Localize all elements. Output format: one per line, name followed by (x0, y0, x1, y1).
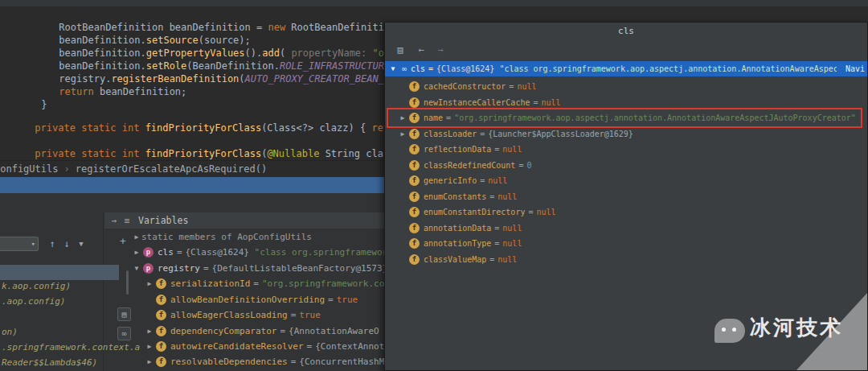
variable-row[interactable]: ▶ p cls = {Class@1624} "class org.spring… (132, 245, 384, 260)
code-line[interactable]: beanDefinition.setRole(BeanDefinition.RO… (24, 47, 402, 60)
stack-frame[interactable]: on) (2, 325, 18, 340)
field-row[interactable]: f annotationData = null (385, 221, 867, 236)
stack-frame-selected[interactable] (0, 265, 119, 280)
variable-name: resolvableDependencies (170, 357, 288, 367)
filter-icon[interactable]: ▼ (76, 237, 87, 250)
code-line[interactable]: registry.registerBeanDefinition(AUTO_PRO… (24, 60, 407, 72)
stack-frame[interactable]: .aop.config) (2, 295, 65, 309)
field-row[interactable]: f cachedConstructor = null (385, 79, 867, 94)
add-watch-button[interactable]: + (117, 235, 129, 248)
equals-sign: = (428, 64, 433, 73)
variable-row[interactable]: ▶ f dependencyComparator = {AnnotationAw… (132, 324, 384, 339)
equals-sign: = (518, 161, 523, 170)
frame-up-button[interactable]: ↑ (47, 237, 58, 250)
stack-frame[interactable]: Reader$$Lambda$46) (2, 356, 97, 370)
inspect-popup: cls ▤ ← → ▼ ∞ cls = {Class@1624} "class … (384, 22, 868, 371)
thread-selector-dropdown[interactable]: ▾ (0, 237, 39, 251)
static-members-row[interactable]: ▶ static members of AopConfigUtils (132, 229, 384, 245)
equals-sign: = (494, 145, 499, 154)
expand-arrow-icon[interactable]: ▶ (132, 249, 141, 256)
breadcrumb-separator-icon: › (63, 163, 69, 175)
code-keyword: private static int (35, 122, 145, 134)
variable-string: "class org.springframework.ao (255, 247, 384, 258)
collapse-arrow-icon[interactable]: ▼ (132, 265, 141, 272)
field-value: null (536, 208, 555, 216)
field-value: null (488, 176, 507, 185)
variable-ref: {Class@1624} (436, 64, 499, 73)
code-line[interactable]: beanDefinition.getPropertyValues().add( … (24, 34, 419, 47)
frame-down-button[interactable]: ↓ (61, 237, 72, 250)
expand-arrow-icon[interactable]: ▶ (145, 280, 154, 287)
code-line[interactable]: } (6, 85, 47, 98)
tab-variables[interactable]: Variables (138, 215, 188, 226)
expand-arrow-icon[interactable]: ▶ (145, 358, 154, 365)
field-row[interactable]: f reflectionData = null (385, 142, 867, 157)
code-line[interactable]: return beanDefinition; (24, 72, 186, 85)
field-value: null (497, 192, 517, 201)
variable-name: cls (411, 64, 425, 73)
variable-row[interactable]: f allowBeanDefinitionOverriding = true (132, 292, 384, 307)
equals-sign: = (328, 295, 334, 305)
field-row[interactable]: f classRedefinedCount = 0 (385, 158, 867, 173)
menu-icon[interactable]: ≡ (121, 216, 133, 226)
back-icon[interactable]: ← (414, 43, 428, 57)
inspect-root-row[interactable]: ▼ ∞ cls = {Class@1624} "class org.spring… (385, 61, 867, 76)
field-row[interactable]: f enumConstants = null (385, 189, 867, 204)
debug-toolwindow-header (0, 177, 384, 193)
field-value: null (502, 224, 522, 233)
variables-tree: ▶ static members of AopConfigUtils ▶ p c… (132, 228, 384, 371)
breadcrumb-item-class[interactable]: ConfigUtils (0, 163, 58, 175)
expand-arrow-icon[interactable]: ▶ (132, 233, 141, 241)
equals-sign: = (177, 247, 182, 258)
variable-row[interactable]: ▶ f autowireCandidateResolver = {Context… (132, 339, 384, 354)
frames-scrollbar[interactable] (126, 270, 129, 295)
variable-name: allowEagerClassLoading (170, 310, 288, 320)
field-row[interactable]: ▶ f classLoader = {Launcher$AppClassLoad… (385, 126, 867, 142)
breadcrumb: ConfigUtils › registerOrEscalateApcAsReq… (0, 160, 384, 177)
collapse-arrow-icon[interactable]: ▼ (388, 65, 398, 72)
variable-row[interactable]: f allowEagerClassLoading = true (132, 307, 384, 323)
expand-arrow-icon[interactable]: ▶ (145, 328, 154, 335)
variable-row[interactable]: ▶ f resolvableDependencies = {Concurrent… (132, 354, 384, 369)
forward-icon[interactable]: → (433, 43, 448, 57)
field-icon: f (409, 254, 420, 265)
code-line[interactable]: RootBeanDefinition beanDefinition = new … (24, 8, 868, 21)
field-value: null (502, 239, 522, 248)
code-line[interactable]: private static int findPriorityForClass(… (0, 109, 407, 122)
field-icon: f (156, 295, 166, 305)
field-row[interactable]: f enumConstantDirectory = null (385, 204, 867, 220)
view-options-icon[interactable]: ▤ (393, 43, 407, 57)
stack-frame[interactable]: k.aop.config) (2, 279, 71, 294)
code-text: beanDefinition; (94, 86, 187, 97)
code-keyword: new (268, 22, 285, 33)
stack-frame[interactable]: .springframework.context.a (2, 340, 140, 355)
code-keyword: return (59, 86, 93, 97)
field-row[interactable]: f annotationType = null (385, 236, 867, 251)
code-line[interactable]: private static int findPriorityForClass(… (0, 134, 407, 147)
variable-row[interactable]: ▼ p registry = {DefaultListableBeanFacto… (132, 261, 384, 276)
restore-layout-icon[interactable]: → (108, 216, 121, 226)
code-line[interactable]: beanDefinition.setSource(source); (24, 21, 251, 34)
variable-keyword: true (299, 310, 321, 320)
watch-button[interactable]: ∞ (117, 327, 131, 340)
expand-arrow-icon[interactable]: ▶ (145, 343, 154, 350)
field-row[interactable]: f genericInfo = null (385, 173, 867, 188)
clipboard-icon: ▤ (121, 310, 126, 319)
field-icon: f (156, 310, 166, 320)
field-name: enumConstantDirectory (424, 208, 525, 216)
equals-sign: = (533, 98, 538, 107)
annotation-highlight-box (387, 108, 862, 128)
code-text: (Class<?> clazz) { (261, 122, 371, 134)
copy-value-button[interactable]: ▤ (117, 307, 131, 321)
variable-ref: {ConcurrentHashMa (299, 357, 384, 367)
inspect-expression[interactable]: cls (385, 24, 867, 39)
code-method: findPriorityForClass (145, 122, 262, 134)
expand-arrow-icon[interactable]: ▶ (398, 130, 407, 138)
variable-row[interactable]: ▶ f serializationId = "org.springframewo… (132, 276, 384, 291)
field-icon: f (409, 144, 420, 155)
breadcrumb-item-method[interactable]: registerOrEscalateApcAsRequired() (76, 163, 267, 175)
code-line[interactable]: for (int i = 0; i < APC_PRIORITY_LIST.si… (24, 147, 361, 160)
navigate-link[interactable]: Navi (841, 61, 867, 76)
field-row[interactable]: f classValueMap = null (385, 252, 867, 267)
field-value: null (502, 145, 522, 154)
